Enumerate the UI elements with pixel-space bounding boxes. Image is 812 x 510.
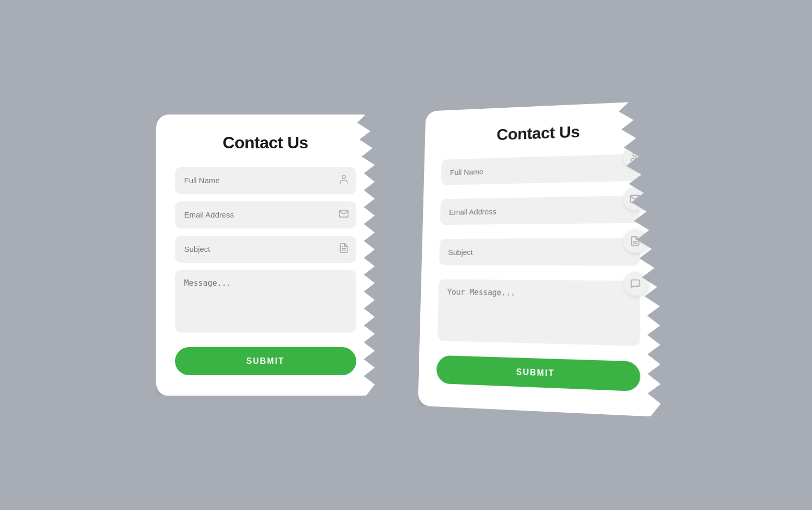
left-message-group bbox=[175, 270, 356, 335]
right-subject-input[interactable] bbox=[439, 238, 640, 265]
right-fullname-group bbox=[441, 154, 639, 185]
left-fullname-group bbox=[175, 167, 356, 194]
right-email-input[interactable] bbox=[440, 195, 639, 224]
left-contact-card: Contact Us bbox=[156, 114, 375, 396]
left-email-input[interactable] bbox=[175, 201, 356, 228]
svg-point-3 bbox=[633, 153, 636, 157]
right-message-input[interactable] bbox=[437, 279, 640, 346]
message-bubble-icon bbox=[623, 272, 647, 296]
right-message-group bbox=[437, 279, 640, 348]
right-submit-button[interactable]: SUBMIT bbox=[436, 355, 640, 391]
left-fullname-input[interactable] bbox=[175, 167, 356, 194]
right-fullname-input[interactable] bbox=[441, 154, 639, 185]
left-message-input[interactable] bbox=[175, 270, 356, 333]
left-submit-button[interactable]: SUBMIT bbox=[175, 347, 356, 375]
user-bubble-icon bbox=[622, 145, 646, 169]
left-subject-group bbox=[175, 236, 356, 263]
right-card-title: Contact Us bbox=[442, 120, 639, 145]
subject-bubble-icon bbox=[623, 229, 647, 252]
left-card-title: Contact Us bbox=[175, 133, 356, 152]
right-subject-group bbox=[439, 238, 640, 265]
email-bubble-icon bbox=[623, 187, 647, 210]
left-subject-input[interactable] bbox=[175, 236, 356, 263]
right-email-group bbox=[440, 195, 639, 224]
right-contact-card: Contact Us bbox=[418, 100, 660, 416]
left-email-group bbox=[175, 201, 356, 228]
